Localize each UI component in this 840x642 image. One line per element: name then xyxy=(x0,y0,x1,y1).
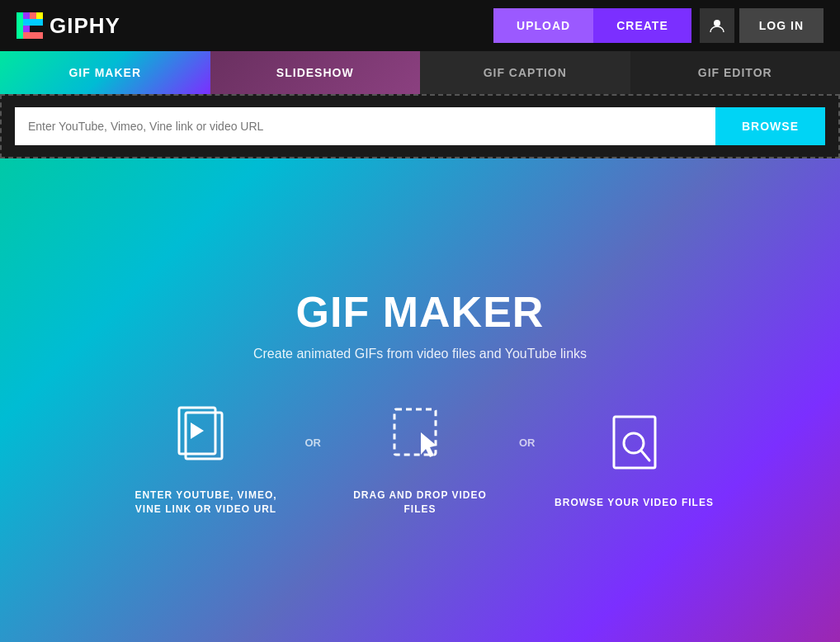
svg-rect-3 xyxy=(36,12,43,19)
svg-rect-0 xyxy=(17,12,23,39)
icons-row: ENTER YOUTUBE, VIMEO, VINE LINK OR VIDEO… xyxy=(124,401,717,517)
svg-rect-4 xyxy=(23,19,43,26)
svg-marker-10 xyxy=(191,422,204,439)
svg-line-15 xyxy=(641,451,649,460)
main-title: GIF MAKER xyxy=(296,287,545,337)
logo-text: GIPHY xyxy=(50,13,120,39)
svg-rect-6 xyxy=(23,32,43,39)
upload-area: BROWSE xyxy=(0,94,840,158)
svg-rect-5 xyxy=(23,26,30,32)
tab-gif-editor[interactable]: GIF EDITOR xyxy=(630,51,841,94)
user-icon-button[interactable] xyxy=(700,8,734,43)
svg-point-7 xyxy=(714,20,720,26)
logo-icon xyxy=(17,12,43,39)
video-link-icon xyxy=(169,401,243,475)
tab-gif-maker[interactable]: GIF MAKER xyxy=(0,51,210,94)
main-subtitle: Create animated GIFs from video files an… xyxy=(253,347,587,361)
url-input[interactable] xyxy=(15,107,715,145)
browse-button[interactable]: BROWSE xyxy=(715,107,825,145)
logo-area: GIPHY xyxy=(17,12,120,39)
drag-drop-icon xyxy=(383,401,457,475)
header: GIPHY UPLOAD CREATE LOG IN xyxy=(0,0,840,51)
icon-url-label: ENTER YOUTUBE, VIMEO, VINE LINK OR VIDEO… xyxy=(124,489,289,517)
or-label-1: OR xyxy=(305,437,322,482)
login-button[interactable]: LOG IN xyxy=(739,8,823,43)
icon-item-browse: BROWSE YOUR VIDEO FILES xyxy=(552,408,717,510)
or-label-2: OR xyxy=(519,437,536,482)
create-button[interactable]: CREATE xyxy=(593,8,691,43)
main-content: GIF MAKER Create animated GIFs from vide… xyxy=(0,158,840,642)
tab-slideshow[interactable]: SLIDESHOW xyxy=(210,51,421,94)
tabs-bar: GIF MAKER SLIDESHOW GIF CAPTION GIF EDIT… xyxy=(0,51,840,94)
user-icon xyxy=(710,18,724,33)
svg-rect-2 xyxy=(30,12,36,19)
icon-browse-label: BROWSE YOUR VIDEO FILES xyxy=(554,496,714,510)
svg-rect-1 xyxy=(23,12,30,19)
url-row: BROWSE xyxy=(15,107,825,145)
icon-dragdrop-label: DRAG AND DROP VIDEO FILES xyxy=(337,489,503,517)
browse-files-icon xyxy=(597,408,672,483)
header-actions: UPLOAD CREATE LOG IN xyxy=(493,8,823,43)
upload-button[interactable]: UPLOAD xyxy=(493,8,593,43)
icon-item-url: ENTER YOUTUBE, VIMEO, VINE LINK OR VIDEO… xyxy=(124,401,289,517)
tab-gif-caption[interactable]: GIF CAPTION xyxy=(420,51,630,94)
icon-item-dragdrop: DRAG AND DROP VIDEO FILES xyxy=(337,401,503,517)
